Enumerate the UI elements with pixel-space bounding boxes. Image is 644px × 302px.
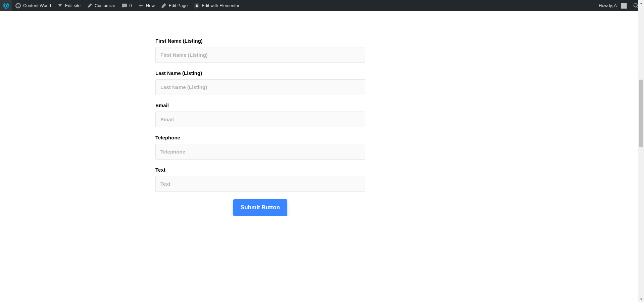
site-name-label: Content World — [23, 3, 51, 8]
wp-admin-bar: Content World Edit site Customize 0 New — [0, 0, 644, 11]
avatar — [621, 3, 627, 9]
customize-label: Customize — [95, 3, 115, 8]
dashboard-icon — [15, 3, 21, 9]
elementor-icon: E — [194, 3, 200, 9]
text-input[interactable] — [155, 176, 365, 192]
submit-button[interactable]: Submit Button — [233, 199, 287, 216]
text-label: Text — [155, 167, 365, 173]
customize-link[interactable]: Customize — [84, 0, 118, 11]
vertical-scrollbar[interactable]: ▲ ▼ — [638, 0, 644, 216]
wordpress-icon — [3, 3, 9, 9]
field-group-text: Text — [155, 167, 365, 192]
edit-page-label: Edit Page — [169, 3, 188, 8]
comments-link[interactable]: 0 — [118, 0, 135, 11]
account-link[interactable]: Howdy, A — [596, 0, 630, 11]
scroll-track[interactable] — [638, 6, 644, 216]
submit-wrap: Submit Button — [155, 199, 365, 216]
scroll-up-arrow-icon[interactable]: ▲ — [638, 0, 644, 6]
field-group-email: Email — [155, 102, 365, 127]
field-group-first-name: First Name (Listing) — [155, 38, 365, 63]
last-name-input[interactable] — [155, 79, 365, 95]
page-canvas: First Name (Listing) Last Name (Listing)… — [0, 11, 638, 216]
pencil-icon — [161, 3, 167, 9]
field-group-last-name: Last Name (Listing) — [155, 70, 365, 95]
last-name-label: Last Name (Listing) — [155, 70, 365, 76]
greeting-label: Howdy, A — [599, 3, 617, 8]
comments-count: 0 — [130, 3, 132, 8]
edit-site-label: Edit site — [65, 3, 81, 8]
email-input[interactable] — [155, 112, 365, 127]
edit-elementor-label: Edit with Elementor — [202, 3, 239, 8]
comment-icon — [121, 3, 128, 9]
edit-site-link[interactable]: Edit site — [54, 0, 84, 11]
plus-icon — [138, 3, 144, 9]
new-link[interactable]: New — [135, 0, 158, 11]
email-label: Email — [155, 102, 365, 108]
first-name-label: First Name (Listing) — [155, 38, 365, 44]
brush-icon — [87, 3, 93, 9]
first-name-input[interactable] — [155, 47, 365, 63]
field-group-telephone: Telephone — [155, 135, 365, 160]
edit-page-link[interactable]: Edit Page — [158, 0, 191, 11]
site-name-link[interactable]: Content World — [12, 0, 54, 11]
telephone-input[interactable] — [155, 144, 365, 160]
scroll-thumb[interactable] — [639, 80, 643, 147]
new-label: New — [146, 3, 155, 8]
wp-logo[interactable] — [0, 0, 12, 11]
pin-icon — [57, 3, 63, 9]
telephone-label: Telephone — [155, 135, 365, 140]
edit-elementor-link[interactable]: E Edit with Elementor — [191, 0, 242, 11]
contact-form: First Name (Listing) Last Name (Listing)… — [155, 38, 365, 216]
